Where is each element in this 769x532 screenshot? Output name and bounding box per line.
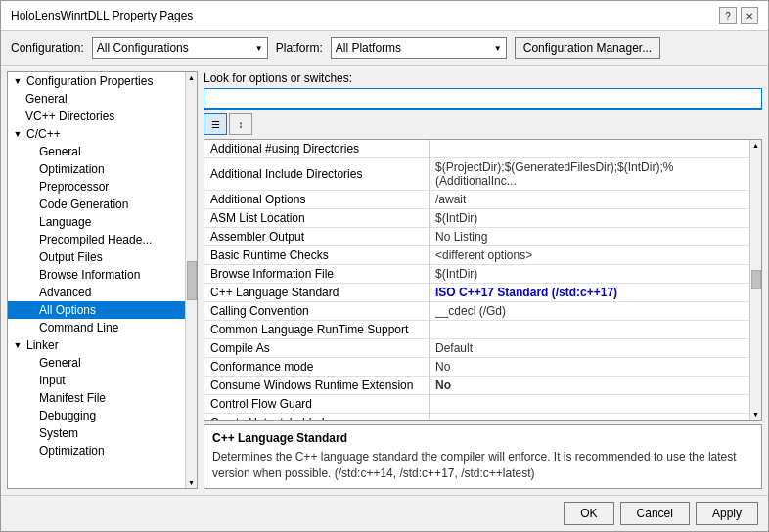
tree-scroll-up[interactable]: ▲ (188, 74, 195, 81)
list-icon: ☰ (211, 119, 220, 130)
table-scroll-up[interactable]: ▲ (752, 142, 759, 149)
tree-item-config-props[interactable]: ▼ Configuration Properties (8, 72, 185, 90)
tree-item-vc-directories[interactable]: VC++ Directories (8, 108, 185, 125)
sort-icon: ↕ (239, 119, 244, 130)
table-row: Consume Windows Runtime Extension No (204, 377, 749, 395)
tree-item-cpp[interactable]: ▼ C/C++ (8, 125, 185, 143)
description-title: C++ Language Standard (212, 431, 753, 445)
tree-scroll-down[interactable]: ▼ (188, 479, 195, 486)
property-pages-dialog: HoloLensWinrtDLL Property Pages ? ✕ Conf… (0, 0, 769, 532)
configuration-dropdown[interactable]: All Configurations ▼ (92, 37, 268, 59)
list-view-button[interactable]: ☰ (204, 113, 227, 135)
table-row: Additional Options /await (204, 191, 749, 209)
title-bar: HoloLensWinrtDLL Property Pages ? ✕ (1, 1, 768, 31)
tree-item-general[interactable]: General (8, 90, 185, 108)
search-section: Look for options or switches: (204, 71, 762, 110)
table-row: ASM List Location $(IntDir) (204, 209, 749, 228)
tree-item-linker-general[interactable]: General (8, 354, 185, 372)
tree-item-optimization[interactable]: Optimization (8, 160, 185, 178)
description-text: Determines the C++ language standard the… (212, 449, 753, 482)
platform-dropdown-arrow: ▼ (494, 44, 502, 53)
tree-item-advanced[interactable]: Advanced (8, 284, 185, 301)
tree-item-code-generation[interactable]: Code Generation (8, 196, 185, 213)
table-row: Common Language RunTime Support (204, 321, 749, 339)
apply-button[interactable]: Apply (696, 502, 758, 525)
ok-button[interactable]: OK (564, 502, 613, 525)
table-row-cpp-standard: C++ Language Standard ISO C++17 Standard… (204, 284, 749, 302)
platform-label: Platform: (276, 41, 323, 55)
table-row: Additional #using Directories (204, 140, 749, 158)
properties-table: Additional #using Directories Additional… (204, 140, 749, 420)
config-bar: Configuration: All Configurations ▼ Plat… (1, 31, 768, 66)
config-label: Configuration: (11, 41, 84, 55)
help-button[interactable]: ? (719, 7, 737, 24)
tree-item-browse-info[interactable]: Browse Information (8, 266, 185, 284)
table-row: Additional Include Directories $(Project… (204, 158, 749, 191)
tree-panel: ▼ Configuration Properties General VC++ … (8, 72, 185, 488)
table-row: Conformance mode No (204, 358, 749, 377)
expand-icon-linker: ▼ (12, 339, 23, 351)
tree-item-precompiled-headers[interactable]: Precompiled Heade... (8, 231, 185, 248)
search-label: Look for options or switches: (204, 71, 762, 85)
tree-item-debugging[interactable]: Debugging (8, 407, 185, 424)
table-row: Browse Information File $(IntDir) (204, 265, 749, 284)
table-row: Create Hotpatchable Image (204, 414, 749, 420)
tree-item-system[interactable]: System (8, 424, 185, 442)
tree-item-manifest-file[interactable]: Manifest File (8, 389, 185, 407)
tree-item-all-options[interactable]: All Options (8, 301, 185, 319)
dialog-title: HoloLensWinrtDLL Property Pages (11, 9, 193, 22)
table-scrollbar[interactable]: ▲ ▼ (749, 140, 761, 420)
platform-dropdown[interactable]: All Platforms ▼ (331, 37, 507, 59)
tree-item-output-files[interactable]: Output Files (8, 248, 185, 266)
tree-item-language[interactable]: Language (8, 213, 185, 231)
tree-item-input[interactable]: Input (8, 372, 185, 389)
tree-item-command-line[interactable]: Command Line (8, 319, 185, 336)
search-input[interactable] (204, 88, 762, 110)
table-row: Assembler Output No Listing (204, 228, 749, 246)
expand-icon-cpp: ▼ (12, 128, 23, 140)
expand-icon: ▼ (12, 75, 23, 87)
table-row: Control Flow Guard (204, 395, 749, 414)
description-box: C++ Language Standard Determines the C++… (204, 424, 762, 489)
tree-item-preprocessor[interactable]: Preprocessor (8, 178, 185, 196)
cancel-button[interactable]: Cancel (620, 502, 690, 525)
table-row: Basic Runtime Checks <different options> (204, 246, 749, 265)
config-dropdown-arrow: ▼ (255, 44, 263, 53)
table-row: Compile As Default (204, 339, 749, 358)
toolbar-row: ☰ ↕ (204, 113, 762, 135)
close-button[interactable]: ✕ (741, 7, 758, 24)
table-row: Calling Convention __cdecl (/Gd) (204, 302, 749, 321)
tree-item-linker[interactable]: ▼ Linker (8, 336, 185, 354)
main-content: ▼ Configuration Properties General VC++ … (1, 66, 768, 495)
tree-item-cpp-general[interactable]: General (8, 143, 185, 160)
tree-item-linker-optimization[interactable]: Optimization (8, 442, 185, 460)
bottom-bar: OK Cancel Apply (1, 495, 768, 531)
table-scroll-down[interactable]: ▼ (752, 411, 759, 418)
right-panel: Look for options or switches: ☰ ↕ Additi… (204, 71, 762, 489)
config-manager-button[interactable]: Configuration Manager... (515, 37, 660, 59)
sort-button[interactable]: ↕ (229, 113, 252, 135)
title-bar-controls: ? ✕ (719, 7, 758, 24)
